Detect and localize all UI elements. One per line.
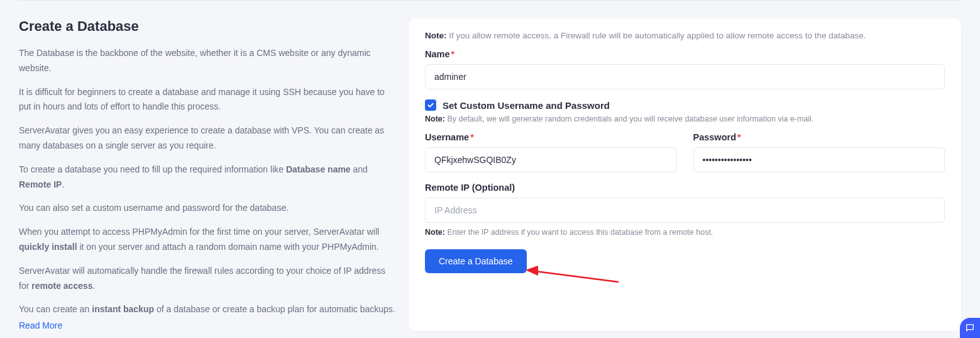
required-icon: * [737, 132, 741, 142]
info-text: You can create an instant backup of a da… [19, 302, 396, 317]
remote-ip-input[interactable] [425, 198, 945, 223]
credentials-note: Note: By default, we will generate rando… [425, 115, 945, 123]
password-label: Password* [693, 132, 945, 142]
remote-ip-label: Remote IP (Optional) [425, 183, 945, 193]
chat-icon [965, 323, 975, 333]
create-database-button[interactable]: Create a Database [425, 249, 527, 273]
info-text: When you attempt to access PHPMyAdmin fo… [19, 225, 396, 255]
custom-credentials-label: Set Custom Username and Password [443, 100, 610, 111]
info-text: It is difficult for beginners to create … [19, 85, 396, 115]
firewall-note: Note: If you allow remote access, a Fire… [425, 31, 945, 40]
page-title: Create a Database [19, 18, 396, 35]
info-text: You can also set a custom username and p… [19, 201, 396, 216]
check-icon [427, 101, 434, 109]
info-text: ServerAvatar gives you an easy experienc… [19, 123, 396, 154]
required-icon: * [470, 132, 474, 142]
form-panel: Note: If you allow remote access, a Fire… [409, 18, 961, 331]
remote-ip-note: Note: Enter the IP address if you want t… [425, 228, 945, 237]
info-panel: Create a Database The Database is the ba… [19, 18, 396, 331]
password-input[interactable] [693, 147, 945, 172]
name-input[interactable] [425, 64, 945, 89]
username-label: Username* [425, 132, 677, 142]
custom-credentials-checkbox[interactable] [425, 99, 436, 111]
required-icon: * [451, 49, 455, 59]
name-label: Name* [425, 49, 945, 59]
info-text: To create a database you need to fill up… [19, 162, 396, 193]
info-text: The Database is the backbone of the webs… [19, 46, 396, 76]
info-text: ServerAvatar will automatically handle t… [19, 264, 396, 294]
chat-widget-icon[interactable] [960, 318, 980, 338]
read-more-link[interactable]: Read More [19, 320, 62, 330]
username-input[interactable] [425, 147, 677, 172]
